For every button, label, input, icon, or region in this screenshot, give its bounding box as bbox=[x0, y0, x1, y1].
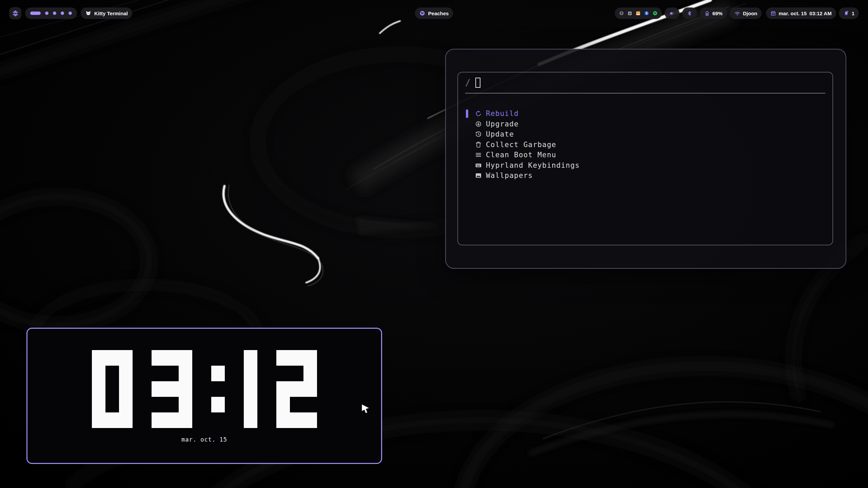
cat-icon bbox=[85, 10, 92, 17]
system-tray: K bbox=[615, 7, 662, 19]
launcher-item-upgrade[interactable]: Upgrade bbox=[458, 119, 832, 129]
workspace-dot[interactable] bbox=[45, 12, 48, 15]
workspace-dot[interactable] bbox=[68, 12, 72, 15]
battery-percent: 69% bbox=[712, 11, 723, 16]
status-bar: Kitty Terminal Peaches K bbox=[0, 7, 868, 19]
nix-launcher-panel: / Rebuild Upgrade Update Collect Garbage… bbox=[445, 49, 846, 269]
menu-lines-icon bbox=[475, 151, 482, 159]
datetime-label: mar. oct. 15 03:12 AM bbox=[778, 11, 831, 16]
launcher-item-label: Collect Garbage bbox=[486, 141, 556, 149]
launcher-item-label: Upgrade bbox=[486, 120, 519, 128]
key-icon[interactable]: K bbox=[627, 11, 632, 16]
image-icon bbox=[475, 172, 482, 179]
launcher-item-label: Hyprland Keybindings bbox=[486, 161, 580, 169]
launcher-prompt-row[interactable]: / bbox=[458, 73, 832, 93]
launcher-item-hyprland-keybindings[interactable]: Hyprland Keybindings bbox=[458, 160, 832, 171]
active-window-title: Kitty Terminal bbox=[94, 11, 128, 16]
launcher-item-wallpapers[interactable]: Wallpapers bbox=[458, 170, 832, 181]
speaker-icon bbox=[669, 11, 675, 16]
clock-date-label: mar. oct. 15 bbox=[27, 436, 381, 443]
nix-snowflake-icon bbox=[12, 10, 19, 17]
bluetooth-pill[interactable] bbox=[682, 7, 697, 19]
rebuild-icon bbox=[475, 110, 482, 117]
update-icon bbox=[475, 130, 482, 138]
launcher-box: / Rebuild Upgrade Update Collect Garbage… bbox=[457, 72, 833, 245]
launcher-item-clean-boot-menu[interactable]: Clean Boot Menu bbox=[458, 150, 832, 160]
media-track-label: Peaches bbox=[428, 11, 449, 16]
recorder-icon[interactable] bbox=[619, 11, 624, 16]
launcher-item-label: Wallpapers bbox=[486, 171, 533, 180]
launcher-item-label: Clean Boot Menu bbox=[486, 151, 556, 159]
workspaces-indicator bbox=[25, 7, 77, 19]
launcher-item-update[interactable]: Update bbox=[458, 129, 832, 140]
wifi-icon bbox=[734, 10, 741, 17]
bar-right-group: K 69% bbox=[615, 7, 859, 19]
clock-digit bbox=[92, 350, 133, 428]
network-pill[interactable]: Djoon bbox=[730, 7, 762, 19]
bell-icon bbox=[843, 10, 849, 16]
bluetooth-tray-icon[interactable] bbox=[644, 11, 649, 16]
launcher-item-label: Rebuild bbox=[486, 109, 519, 118]
trash-icon bbox=[475, 141, 482, 148]
prompt-divider bbox=[465, 93, 825, 94]
launcher-item-collect-garbage[interactable]: Collect Garbage bbox=[458, 140, 832, 150]
notification-count: 1 bbox=[852, 11, 854, 16]
mouse-cursor bbox=[361, 404, 370, 415]
battery-pill[interactable]: 69% bbox=[700, 7, 727, 19]
workspace-active-indicator[interactable] bbox=[30, 12, 41, 15]
workspace-dot[interactable] bbox=[61, 12, 64, 15]
clock-digit bbox=[152, 350, 192, 428]
selection-indicator bbox=[466, 109, 468, 118]
datetime-pill[interactable]: mar. oct. 15 03:12 AM bbox=[766, 7, 836, 19]
clock-digit bbox=[276, 350, 317, 428]
media-player-pill[interactable]: Peaches bbox=[415, 7, 453, 19]
spotify-icon[interactable] bbox=[652, 11, 658, 16]
volume-pill[interactable] bbox=[665, 7, 679, 19]
notifications-pill[interactable]: 1 bbox=[839, 7, 859, 19]
network-ssid: Djoon bbox=[743, 11, 757, 16]
clock-widget: mar. oct. 15 bbox=[26, 328, 382, 464]
music-icon bbox=[419, 10, 426, 16]
downloads-icon[interactable] bbox=[635, 11, 641, 16]
clock-colon bbox=[211, 350, 225, 428]
nix-menu-button[interactable] bbox=[9, 7, 21, 19]
clock-time-display bbox=[27, 350, 381, 428]
keyboard-icon bbox=[475, 162, 482, 169]
workspace-dot[interactable] bbox=[53, 12, 56, 15]
bluetooth-icon bbox=[687, 11, 692, 16]
launcher-item-rebuild[interactable]: Rebuild bbox=[458, 108, 832, 119]
battery-icon bbox=[704, 11, 710, 16]
bar-left-group: Kitty Terminal bbox=[9, 7, 132, 19]
prompt-symbol: / bbox=[465, 78, 471, 88]
launcher-item-label: Update bbox=[486, 130, 514, 138]
active-window-pill[interactable]: Kitty Terminal bbox=[81, 7, 132, 19]
launcher-item-list: Rebuild Upgrade Update Collect Garbage C… bbox=[458, 108, 832, 181]
calendar-icon bbox=[770, 11, 776, 16]
text-cursor bbox=[475, 78, 480, 88]
clock-digit bbox=[244, 350, 257, 428]
upgrade-icon bbox=[475, 120, 482, 128]
